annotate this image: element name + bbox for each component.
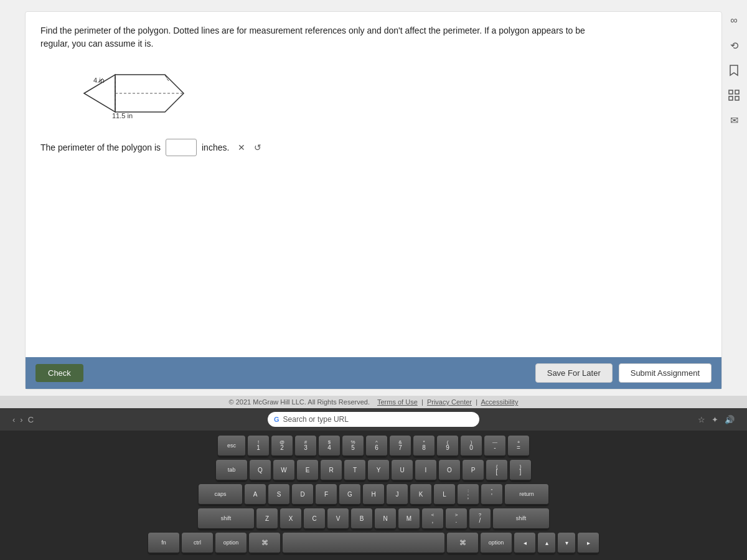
key-g[interactable]: G [339,484,360,505]
sound-icon[interactable]: 🔊 [725,415,735,424]
key-close-bracket[interactable]: }] [510,460,531,481]
key-cmd-left[interactable]: ⌘ [249,533,280,554]
key-open-bracket[interactable]: {[ [486,460,507,481]
keyboard: esc !1 @2 #3 $4 %5 ^6 &7 *8 (9 )0 —- += … [0,431,747,560]
answer-input[interactable] [166,139,197,156]
key-down[interactable]: ▾ [558,533,575,554]
svg-rect-3 [735,96,739,100]
key-shift-right[interactable]: shift [493,508,549,530]
key-minus[interactable]: —- [484,436,505,457]
key-f[interactable]: F [316,484,337,505]
key-esc[interactable]: esc [218,436,245,457]
mail-icon[interactable]: ✉ [726,112,742,128]
clear-icon[interactable]: ✕ [238,142,245,152]
svg-text:11.5 in: 11.5 in [112,112,133,119]
key-slash[interactable]: ?/ [469,508,491,530]
key-x[interactable]: X [280,508,301,530]
key-c[interactable]: C [304,508,325,530]
save-later-button[interactable]: Save For Later [535,363,613,383]
key-y[interactable]: Y [368,460,389,481]
key-right[interactable]: ▸ [578,533,599,554]
bookmark-icon[interactable] [726,62,742,78]
grid-icon[interactable] [726,87,742,103]
key-row-3: caps A S D F G H J K L :; "' return [6,484,741,505]
key-3[interactable]: #3 [295,436,316,457]
key-0[interactable]: )0 [461,436,482,457]
key-period[interactable]: >. [446,508,467,530]
key-o[interactable]: O [439,460,460,481]
key-7[interactable]: &7 [390,436,411,457]
key-z[interactable]: Z [256,508,278,530]
key-a[interactable]: A [245,484,266,505]
browser-bar: ‹ › C G Search or type URL ☆ ✦ 🔊 [0,408,747,431]
key-caps[interactable]: caps [199,484,242,505]
key-ctrl[interactable]: ctrl [182,533,213,554]
key-6[interactable]: ^6 [366,436,387,457]
key-m[interactable]: M [398,508,420,530]
key-space[interactable] [283,533,444,554]
key-d[interactable]: D [292,484,313,505]
key-fn[interactable]: fn [148,533,179,554]
key-equals[interactable]: += [508,436,529,457]
infinity-icon[interactable]: ∞ [726,12,742,29]
browser-search-bar[interactable]: G Search or type URL [268,412,479,427]
key-row-4: shift Z X C V B N M <, >. ?/ shift [6,508,741,530]
right-sidebar: ∞ ⟲ ✉ [726,12,742,128]
back-icon[interactable]: ⟲ [726,37,742,54]
key-l[interactable]: L [434,484,455,505]
key-option[interactable]: option [215,533,247,554]
key-row-1: esc !1 @2 #3 $4 %5 ^6 &7 *8 (9 )0 —- += [6,436,741,457]
key-row-5: fn ctrl option ⌘ ⌘ option ◂ ▴ ▾ ▸ [6,533,741,554]
key-option-right[interactable]: option [481,533,512,554]
right-actions: Save For Later Submit Assignment [535,363,712,383]
submit-assignment-button[interactable]: Submit Assignment [619,363,712,383]
key-r[interactable]: R [321,460,342,481]
key-4[interactable]: $4 [319,436,340,457]
accessibility-link[interactable]: Accessibility [481,398,519,406]
key-return[interactable]: return [505,484,548,505]
answer-label: The perimeter of the polygon is [40,142,161,152]
check-button[interactable]: Check [35,364,83,382]
undo-icon[interactable]: ↺ [254,142,261,152]
key-w[interactable]: W [273,460,294,481]
key-t[interactable]: T [344,460,365,481]
key-s[interactable]: S [268,484,289,505]
svg-rect-2 [729,96,733,100]
brightness-icon[interactable]: ✦ [712,415,718,424]
answer-unit: inches. [202,142,229,152]
key-semicolon[interactable]: :; [458,484,479,505]
star-icon[interactable]: ☆ [698,415,705,424]
key-1[interactable]: !1 [248,436,269,457]
key-left[interactable]: ◂ [514,533,535,554]
key-n[interactable]: N [375,508,396,530]
key-quote[interactable]: "' [481,484,502,505]
key-comma[interactable]: <, [422,508,443,530]
privacy-link[interactable]: Privacy Center [427,398,472,406]
key-h[interactable]: H [363,484,384,505]
key-9[interactable]: (9 [437,436,458,457]
key-row-2: tab Q W E R T Y U I O P {[ }] [6,460,741,481]
key-e[interactable]: E [297,460,318,481]
key-shift-left[interactable]: shift [198,508,254,530]
key-j[interactable]: J [387,484,408,505]
key-5[interactable]: %5 [342,436,364,457]
copyright-bar: © 2021 McGraw Hill LLC. All Rights Reser… [0,396,747,408]
key-u[interactable]: U [392,460,413,481]
browser-refresh[interactable]: C [28,415,34,424]
key-b[interactable]: B [351,508,372,530]
browser-nav: ‹ › C [12,415,34,424]
key-tab[interactable]: tab [216,460,247,481]
key-8[interactable]: *8 [413,436,435,457]
question-container: Find the perimeter of the polygon. Dotte… [25,11,722,390]
key-v[interactable]: V [327,508,349,530]
terms-link[interactable]: Terms of Use [377,398,418,406]
key-i[interactable]: I [415,460,436,481]
key-cmd-right[interactable]: ⌘ [447,533,478,554]
key-p[interactable]: P [463,460,484,481]
key-2[interactable]: @2 [271,436,293,457]
key-q[interactable]: Q [250,460,271,481]
browser-back[interactable]: ‹ [12,415,15,424]
key-k[interactable]: K [410,484,431,505]
key-up[interactable]: ▴ [538,533,555,554]
browser-forward[interactable]: › [20,415,22,424]
